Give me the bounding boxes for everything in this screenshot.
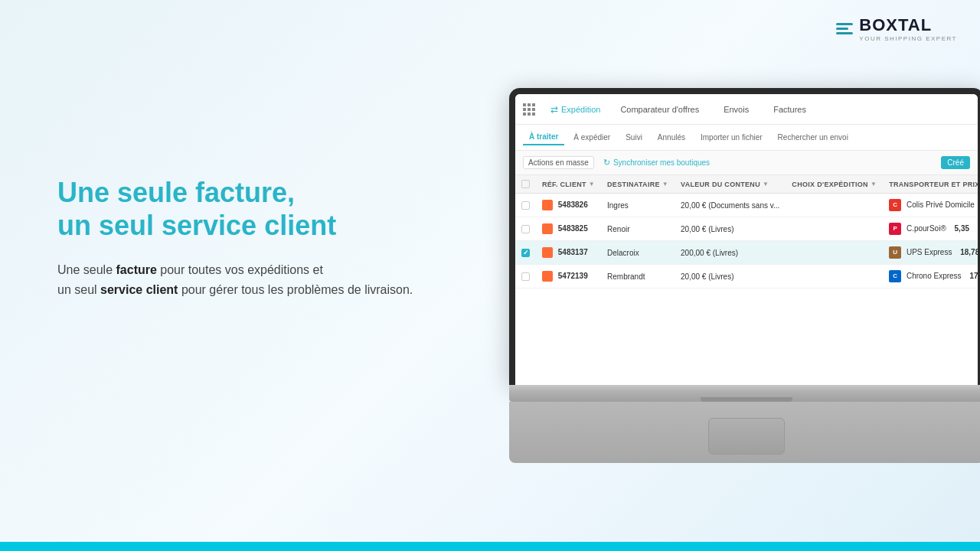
create-button[interactable]: Créé (941, 156, 970, 169)
body-paragraph: Une seule facture pour toutes vos expédi… (57, 260, 413, 299)
row4-ref: 5472139 (536, 265, 601, 289)
laptop-mockup: ⇄ Expédition Comparateur d'offres Envois… (509, 88, 980, 463)
expedition-icon: ⇄ (550, 104, 558, 115)
logo-text: BOXTAL YOUR SHIPPING EXPERT (859, 15, 957, 42)
headline: Une seule facture, un seul service clien… (57, 176, 413, 242)
row2-checkbox-cell[interactable] (515, 217, 536, 241)
subtab-importer[interactable]: Importer un fichier (694, 130, 769, 145)
logo-line-3 (836, 32, 853, 34)
nav-envois[interactable]: Envois (719, 102, 753, 117)
row2-valeur: 20,00 € (Livres) (675, 217, 786, 241)
row3-price: 18,78 (960, 248, 978, 256)
row1-ref: 5483826 (536, 194, 601, 217)
row1-choix (786, 194, 883, 217)
logo-sub-text: YOUR SHIPPING EXPERT (859, 35, 957, 42)
row2-ref: 5483825 (536, 217, 601, 241)
row1-carrier-name: Colis Privé Domicile (906, 201, 975, 209)
header-choix: CHOIX D'EXPÉDITION ▼ (786, 175, 883, 194)
row1-checkbox-cell[interactable] (515, 194, 536, 217)
row2-shop-icon (542, 223, 553, 234)
logo-line-1 (836, 23, 853, 25)
logo-main-text: BOXTAL (859, 15, 957, 35)
row4-price: 17,52 (969, 272, 978, 280)
sync-label: Synchroniser mes boutiques (613, 158, 710, 167)
laptop-screen-inner: ⇄ Expédition Comparateur d'offres Envois… (515, 94, 978, 385)
header-valeur: VALEUR DU CONTENU ▼ (675, 175, 786, 194)
actions-masse-button[interactable]: Actions en masse (523, 156, 594, 169)
logo-area: BOXTAL YOUR SHIPPING EXPERT (836, 15, 957, 42)
row3-transporteur: U UPS Express 18,78 (883, 241, 978, 265)
row2-checkbox[interactable] (521, 225, 530, 233)
bottom-bar (0, 542, 980, 551)
laptop-touchpad (708, 418, 785, 455)
row1-checkbox[interactable] (521, 201, 530, 210)
row2-choix (786, 217, 883, 241)
choix-filter-icon: ▼ (871, 181, 877, 187)
left-content: Une seule facture, un seul service clien… (57, 176, 413, 300)
row4-checkbox-cell[interactable] (515, 265, 536, 289)
sync-boutiques-button[interactable]: ↻ Synchroniser mes boutiques (603, 158, 710, 168)
table-body: 5483826 Ingres 20,00 € (Documents sans v… (515, 194, 978, 289)
row3-destinataire: Delacroix (601, 241, 675, 265)
body-text1: Une seule (57, 263, 116, 276)
row3-choix (786, 241, 883, 265)
header-destinataire: DESTINATAIRE ▼ (601, 175, 675, 194)
body-bold1: facture (116, 263, 157, 276)
table-row: 5483825 Renoir 20,00 € (Livres) P C.pour… (515, 217, 978, 241)
laptop-screen-outer: ⇄ Expédition Comparateur d'offres Envois… (509, 88, 980, 385)
table-row: 5483137 Delacroix 200,00 € (Livres) U UP… (515, 241, 978, 265)
row1-shop-icon (542, 200, 553, 210)
row2-destinataire: Renoir (601, 217, 675, 241)
body-bold2: service client (100, 283, 178, 296)
table-row: 5483826 Ingres 20,00 € (Documents sans v… (515, 194, 978, 217)
row2-carrier-icon: P (889, 223, 901, 235)
body-text4: pour gérer tous les problèmes de livrais… (178, 283, 413, 296)
header-transporteur: TRANSPORTEUR ET PRIX HT (883, 175, 978, 194)
subtab-rechercher[interactable]: Rechercher un envoi (772, 130, 854, 145)
row3-shop-icon (542, 247, 553, 258)
nav-expedition-label: Expédition (561, 105, 600, 114)
row4-choix (786, 265, 883, 289)
table-header: RÉF. CLIENT ▼ DESTINATAIRE ▼ (515, 175, 978, 194)
headline-line2: un seul service client (57, 210, 336, 241)
header-ref-client: RÉF. CLIENT ▼ (536, 175, 601, 194)
body-text3: un seul (57, 283, 100, 296)
laptop-keyboard (509, 402, 980, 463)
logo-line-2 (836, 28, 848, 30)
subtab-a-traiter[interactable]: À traiter (523, 129, 564, 145)
table-row: 5472139 Rembrandt 20,00 € (Livres) C Chr… (515, 265, 978, 289)
table-header-row: RÉF. CLIENT ▼ DESTINATAIRE ▼ (515, 175, 978, 194)
row4-destinataire: Rembrandt (601, 265, 675, 289)
row1-transporteur: C Colis Privé Domicile 7,32 (883, 194, 978, 217)
ref-sort-icon: ▼ (589, 181, 595, 187)
row3-checkbox-cell[interactable] (515, 241, 536, 265)
row4-shop-icon (542, 271, 553, 282)
sync-icon: ↻ (603, 158, 610, 168)
subtab-suivi[interactable]: Suivi (619, 130, 648, 145)
app-nav: ⇄ Expédition Comparateur d'offres Envois… (515, 94, 978, 125)
nav-factures[interactable]: Factures (769, 102, 811, 117)
nav-expedition[interactable]: ⇄ Expédition (550, 104, 600, 115)
app-actionbar: Actions en masse ↻ Synchroniser mes bout… (515, 151, 978, 175)
dest-sort-icon: ▼ (662, 181, 668, 187)
app-ui: ⇄ Expédition Comparateur d'offres Envois… (515, 94, 978, 385)
app-subtabs: À traiter À expédier Suivi Annulés Impor… (515, 125, 978, 151)
row3-carrier-icon: U (889, 246, 901, 259)
select-all-checkbox[interactable] (521, 180, 530, 188)
nav-comparateur[interactable]: Comparateur d'offres (616, 102, 704, 117)
subtab-annules[interactable]: Annulés (652, 130, 691, 145)
row4-transporteur: C Chrono Express 17,52 (883, 265, 978, 289)
laptop: ⇄ Expédition Comparateur d'offres Envois… (509, 88, 980, 463)
row1-carrier-icon: C (889, 199, 901, 211)
row4-carrier-name: Chrono Express (906, 272, 962, 280)
header-checkbox (515, 175, 536, 194)
subtab-a-expedier[interactable]: À expédier (567, 130, 616, 145)
row1-destinataire: Ingres (601, 194, 675, 217)
shipments-table: RÉF. CLIENT ▼ DESTINATAIRE ▼ (515, 175, 978, 289)
row4-checkbox[interactable] (521, 272, 530, 281)
laptop-base (509, 385, 980, 402)
row3-carrier-name: UPS Express (906, 248, 952, 256)
valeur-sort-icon: ▼ (763, 181, 769, 187)
row2-carrier-name: C.pourSoi® (906, 224, 946, 233)
row3-checkbox[interactable] (521, 249, 530, 257)
